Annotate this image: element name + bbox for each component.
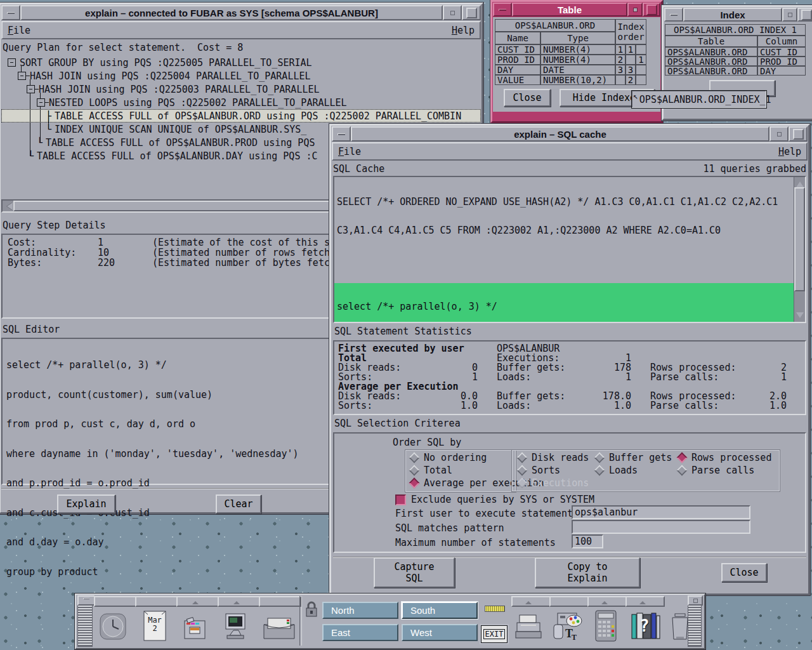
plan-node-table-access-ord[interactable]: ├TABLE ACCESS FULL of OPS$ALANBUR.ORD us… xyxy=(1,109,481,123)
table-row-cell[interactable]: VALUE xyxy=(495,75,540,85)
menu-help[interactable]: Help xyxy=(452,25,475,36)
table-row-cell[interactable]: DAY xyxy=(495,65,540,75)
file-manager-icon[interactable] xyxy=(179,610,212,643)
lock-icon[interactable] xyxy=(303,600,320,620)
panel-menu-button[interactable] xyxy=(77,595,95,606)
table-row-cell[interactable]: PROD_ID xyxy=(495,55,540,65)
subpanel-tab[interactable] xyxy=(549,596,589,607)
style-manager-icon[interactable]: TT xyxy=(551,610,585,643)
cache-vertical-scrollbar[interactable] xyxy=(794,177,805,322)
maximize-button[interactable] xyxy=(789,126,808,142)
window-menu-button[interactable] xyxy=(332,126,351,142)
index-row-cell[interactable]: CUST_ID xyxy=(757,47,806,56)
table-row-cell[interactable]: NUMBER(4) xyxy=(540,55,615,65)
calculator-icon[interactable] xyxy=(589,609,623,644)
column-header-table: Table xyxy=(665,36,757,47)
radio-parse-calls[interactable]: Parse calls xyxy=(678,464,754,477)
explain-titlebar[interactable]: explain – connected to FUBAR as SYS [sch… xyxy=(1,5,481,20)
checkbox-checked-icon[interactable] xyxy=(395,494,406,505)
mail-icon[interactable] xyxy=(260,611,298,643)
sql-cache-button-row: Capture SQL Copy to Explain Close xyxy=(333,557,806,587)
expand-box-icon[interactable] xyxy=(18,72,26,80)
workspace-east-button[interactable]: East xyxy=(322,624,398,641)
calendar-icon[interactable]: Mar2 xyxy=(138,609,171,644)
capture-sql-button[interactable]: Capture SQL xyxy=(374,557,455,588)
explain-button[interactable]: Explain xyxy=(57,494,115,514)
subpanel-arrow-icon[interactable] xyxy=(233,598,240,604)
radio-loads[interactable]: Loads xyxy=(595,464,678,477)
scroll-up-arrow[interactable] xyxy=(794,177,805,187)
minimize-button[interactable] xyxy=(782,8,797,22)
index-row-cell[interactable]: OPS$ALANBUR.ORD xyxy=(665,47,757,56)
workspace-south-button[interactable]: South xyxy=(402,602,478,619)
expand-box-icon[interactable] xyxy=(8,58,16,67)
sql-cache-list[interactable]: SELECT /*+ ORDERED NO_EXPAND USE_HASH(A2… xyxy=(333,176,806,323)
sql-pattern-input[interactable] xyxy=(572,520,750,534)
index-titlebar[interactable]: Index xyxy=(664,8,812,22)
maximize-button[interactable] xyxy=(643,3,660,17)
window-menu-button[interactable] xyxy=(493,3,512,17)
subpanel-arrow-icon[interactable] xyxy=(525,598,532,604)
radio-rows-processed[interactable]: Rows processed xyxy=(678,451,771,464)
clock-icon[interactable] xyxy=(96,610,129,643)
subpanel-arrow-icon[interactable] xyxy=(601,598,608,604)
radio-buffer-gets[interactable]: Buffer gets xyxy=(595,451,678,464)
printer-icon[interactable] xyxy=(513,611,547,643)
workspace-north-button[interactable]: North xyxy=(322,602,398,619)
index-row-cell[interactable]: OPS$ALANBUR.ORD xyxy=(665,66,757,76)
plan-node-hash-join-2[interactable]: HASH JOIN using PQS :Q225003 PARALLEL_TO… xyxy=(1,83,481,96)
radio-total[interactable]: Total xyxy=(410,464,511,477)
expand-box-icon[interactable] xyxy=(37,98,45,107)
help-icon[interactable]: ? xyxy=(627,610,664,643)
sql-cache-titlebar[interactable]: explain – SQL cache xyxy=(332,126,808,142)
workspace-west-button[interactable]: West xyxy=(402,624,478,641)
copy-to-explain-button[interactable]: Copy to Explain xyxy=(535,557,640,588)
clear-button[interactable]: Clear xyxy=(216,494,261,514)
first-user-input[interactable] xyxy=(572,505,750,519)
window-menu-button[interactable] xyxy=(664,8,683,22)
radio-disk-reads[interactable]: Disk reads xyxy=(518,451,595,464)
radio-no-ordering[interactable]: No ordering xyxy=(410,451,511,464)
expand-box-icon[interactable] xyxy=(27,85,35,93)
scroll-down-arrow[interactable] xyxy=(794,312,805,322)
radio-sorts[interactable]: Sorts xyxy=(518,464,595,477)
panel-left-handle[interactable] xyxy=(77,605,93,647)
window-menu-button[interactable] xyxy=(1,5,20,20)
minimize-button[interactable] xyxy=(443,5,462,20)
terminal-icon[interactable] xyxy=(219,610,252,643)
index-row-cell[interactable]: PROD_ID xyxy=(757,56,806,66)
exit-button[interactable]: EXIT xyxy=(481,625,508,643)
panel-menu-button-right[interactable] xyxy=(688,595,703,606)
selected-query[interactable]: select /*+ parallel(o, 3) */ product, co… xyxy=(334,283,794,322)
scrollbar-thumb[interactable] xyxy=(794,187,805,291)
subpanel-arrow-icon[interactable] xyxy=(639,598,646,604)
maximize-button[interactable] xyxy=(462,5,481,20)
subpanel-arrow-icon[interactable] xyxy=(192,598,199,604)
max-statements-input[interactable] xyxy=(572,534,603,548)
menu-file[interactable]: File xyxy=(338,146,361,157)
minimize-button[interactable] xyxy=(627,3,643,17)
radio-average-per-execution[interactable]: Average per execution xyxy=(410,477,511,489)
table-row-cell[interactable]: CUST_ID xyxy=(495,44,540,55)
table-row-cell[interactable]: NUMBER(10,2) xyxy=(540,75,615,85)
plan-node-nested-loops[interactable]: NESTED LOOPS using PQS :Q225002 PARALLEL… xyxy=(1,96,481,109)
table-row-cell[interactable]: NUMBER(4) xyxy=(540,44,615,55)
index-row-cell[interactable]: DAY xyxy=(757,66,806,76)
plan-node-hash-join-1[interactable]: HASH JOIN using PQS :Q225004 PARALLEL_TO… xyxy=(1,69,481,83)
menu-file[interactable]: File xyxy=(8,25,30,36)
maximize-button[interactable] xyxy=(797,8,812,22)
subpanel-tab[interactable] xyxy=(94,596,136,607)
exclude-sys-checkbox-row[interactable]: Exclude queries by SYS or SYSTEM xyxy=(395,493,594,506)
subpanel-tab[interactable] xyxy=(135,596,178,607)
cache-close-button[interactable]: Close xyxy=(721,563,767,582)
minimize-button[interactable] xyxy=(769,126,789,142)
table-titlebar[interactable]: Table xyxy=(493,3,660,17)
scroll-left-arrow[interactable] xyxy=(3,201,13,211)
menu-help[interactable]: Help xyxy=(778,146,801,157)
subpanel-tab[interactable] xyxy=(259,596,301,607)
plan-node-sort[interactable]: SORT GROUP BY using PQS :Q225005 PARALLE… xyxy=(1,56,481,69)
panel-right-handle[interactable] xyxy=(688,605,702,647)
index-row-cell[interactable]: OPS$ALANBUR.ORD xyxy=(665,56,757,66)
table-row-cell[interactable]: DATE xyxy=(540,65,615,75)
table-close-button[interactable]: Close xyxy=(504,89,551,107)
